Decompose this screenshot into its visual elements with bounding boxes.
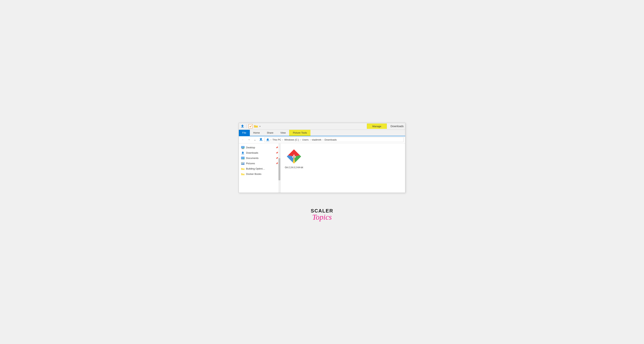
folder-yellow-icon	[241, 167, 244, 170]
scrollbar-thumb[interactable]	[278, 158, 280, 180]
explorer-window: ▾ Manage Downloads File Home Share View …	[239, 123, 405, 193]
download-icon[interactable]	[240, 124, 244, 128]
sidebar-item-desktop[interactable]: Desktop 📌	[239, 145, 280, 150]
scrollbar-track[interactable]	[278, 143, 280, 193]
svg-rect-3	[254, 126, 258, 128]
sidebar: Desktop 📌 Downloads 📌	[239, 143, 280, 193]
ribbon-tabs: File Home Share View Picture Tools	[239, 130, 405, 136]
sidebar-item-building-optimi[interactable]: Building Optimi…	[239, 166, 280, 171]
main-content: Desktop 📌 Downloads 📌	[239, 143, 405, 193]
forward-button[interactable]: →	[246, 137, 251, 142]
svg-rect-8	[268, 138, 268, 139]
pin-icon: 📌	[276, 152, 278, 154]
svg-rect-5	[261, 138, 262, 139]
svg-point-22	[244, 159, 244, 159]
tab-share[interactable]: Share	[264, 130, 277, 136]
tab-view[interactable]: View	[277, 130, 289, 136]
pin-icon: 📌	[276, 162, 278, 164]
sidebar-item-documents[interactable]: Documents 📌	[239, 156, 280, 161]
git-logo-icon	[286, 148, 302, 165]
tab-picture-tools[interactable]: Picture Tools	[289, 130, 310, 136]
address-bar: ← → ⌄ › This PC › Windows (C:) › Users ›…	[239, 136, 405, 143]
svg-rect-1	[242, 125, 243, 126]
recent-locations-button[interactable]: ⌄	[252, 137, 258, 142]
up-button[interactable]	[258, 137, 264, 142]
svg-point-25	[242, 163, 242, 163]
file-area: Git-2.24.0.2-64-bit	[280, 143, 405, 193]
scaler-logo: SCALER Topics	[311, 208, 333, 221]
ribbon-title-bar: ▾ Manage Downloads	[239, 123, 405, 130]
svg-rect-27	[241, 168, 244, 170]
svg-rect-6	[260, 140, 262, 141]
svg-rect-14	[242, 148, 244, 149]
check-icon[interactable]	[248, 124, 253, 128]
svg-rect-2	[241, 127, 244, 128]
window-title: Downloads	[390, 125, 404, 128]
desktop-icon	[241, 146, 244, 149]
svg-rect-28	[241, 174, 244, 175]
sidebar-item-docker-books[interactable]: Docker Books	[239, 171, 280, 177]
quick-access-toolbar: ▾	[240, 124, 260, 128]
documents-icon	[241, 156, 244, 160]
chevron-down-icon[interactable]: ▾	[260, 125, 260, 127]
pin-icon: 📌	[276, 157, 278, 159]
sidebar-item-downloads[interactable]: Downloads 📌	[239, 150, 280, 156]
svg-rect-17	[242, 152, 243, 153]
download-arrow-icon	[241, 151, 244, 155]
back-button[interactable]: ←	[240, 137, 245, 142]
manage-tab[interactable]: Manage	[367, 124, 387, 129]
folder-yellow-icon-2	[241, 172, 244, 176]
svg-rect-18	[242, 154, 244, 154]
tab-file[interactable]: File	[239, 130, 250, 136]
pin-icon: 📌	[276, 146, 278, 149]
address-path[interactable]: › This PC › Windows (C:) › Users › vladi…	[264, 137, 404, 142]
file-label: Git-2.24.0.2-64-bit	[285, 166, 303, 169]
folder-icon[interactable]	[254, 124, 258, 128]
sidebar-item-pictures[interactable]: Pictures 📌	[239, 161, 280, 166]
svg-rect-9	[266, 141, 269, 141]
file-item-git[interactable]: Git-2.24.0.2-64-bit	[284, 146, 304, 171]
topics-subtitle: Topics	[312, 213, 332, 221]
svg-rect-15	[242, 149, 244, 149]
svg-point-13	[244, 148, 244, 148]
tab-home[interactable]: Home	[250, 130, 264, 136]
pictures-icon	[241, 162, 244, 165]
